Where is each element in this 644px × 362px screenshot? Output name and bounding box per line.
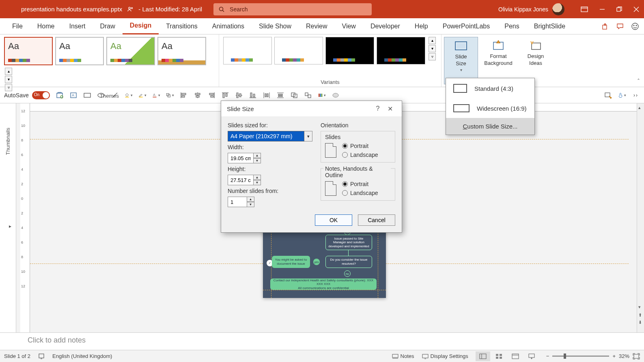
arrange-icon[interactable] <box>166 91 174 99</box>
outline-color-icon[interactable] <box>138 91 146 99</box>
slide-indicator[interactable]: Slide 1 of 2 <box>4 353 30 359</box>
tab-insert[interactable]: Insert <box>62 18 93 34</box>
format-background-button[interactable]: Format Background <box>481 37 515 84</box>
slide-size-button[interactable]: Slide Size ▾ <box>444 37 478 84</box>
ellipse-icon[interactable] <box>97 91 105 99</box>
theme-thumb[interactable]: Aa <box>157 37 206 65</box>
smiley-icon[interactable] <box>631 22 639 30</box>
selection-pane-icon[interactable] <box>604 91 612 99</box>
comments-icon[interactable] <box>616 23 624 30</box>
fill-color-icon[interactable] <box>125 91 133 99</box>
numfrom-field[interactable]: ▲▼ <box>228 197 256 207</box>
text-box-icon[interactable]: A <box>69 91 78 99</box>
slideshow-view-button[interactable] <box>524 351 539 361</box>
tab-powerpointlabs[interactable]: PowerPointLabs <box>435 18 498 34</box>
slide-size-standard[interactable]: Standard (4:3) <box>446 78 534 99</box>
presence-icon[interactable] <box>127 6 134 13</box>
theme-gallery-scroll[interactable]: ▴▾▿ <box>5 68 13 91</box>
notes-landscape-radio[interactable]: Landscape <box>342 190 378 196</box>
theme-thumb[interactable]: Aa <box>106 37 155 65</box>
ok-button[interactable]: OK <box>315 214 352 226</box>
variant-thumb[interactable] <box>377 37 425 64</box>
align-center-h-icon[interactable] <box>194 91 202 99</box>
reading-view-button[interactable] <box>508 351 523 361</box>
fit-to-window-icon[interactable] <box>633 353 640 360</box>
notes-pane[interactable]: Click to add notes <box>0 332 644 350</box>
display-settings[interactable]: Display Settings <box>422 353 468 359</box>
ungroup-icon[interactable] <box>304 91 312 99</box>
tab-brightslide[interactable]: BrightSlide <box>527 18 573 34</box>
theme-thumb[interactable]: Aa <box>55 37 104 65</box>
align-left-icon[interactable] <box>180 91 188 99</box>
zoom-in-icon[interactable]: + <box>612 353 616 359</box>
slides-landscape-radio[interactable]: Landscape <box>342 152 378 158</box>
zoom-slider[interactable] <box>552 356 609 357</box>
height-input[interactable] <box>228 175 254 185</box>
rectangle-icon[interactable] <box>83 91 91 99</box>
variant-gallery-scroll[interactable]: ▴▾▿ <box>429 37 437 60</box>
ribbon-display-icon[interactable] <box>581 6 588 12</box>
variant-thumb[interactable] <box>274 37 323 64</box>
share-icon[interactable] <box>602 23 609 30</box>
width-input[interactable] <box>228 153 254 163</box>
combo-dropdown-icon[interactable]: ▾ <box>304 131 312 141</box>
dialog-help-button[interactable]: ? <box>372 105 384 112</box>
tab-pens[interactable]: Pens <box>497 18 526 34</box>
tab-file[interactable]: File <box>5 18 30 34</box>
sized-for-combo[interactable]: ▾ <box>228 131 312 141</box>
align-top-icon[interactable] <box>221 91 229 99</box>
user-account[interactable]: Olivia Kippax Jones <box>498 3 564 15</box>
tab-draw[interactable]: Draw <box>93 18 122 34</box>
color-match-icon[interactable] <box>318 91 326 99</box>
dialog-close-button[interactable]: ✕ <box>384 105 396 113</box>
accessibility-icon[interactable] <box>38 353 45 360</box>
chevron-right-icon[interactable]: ▸ <box>9 223 11 229</box>
thumbnail-rail[interactable]: ▸ Thumbnails <box>0 103 16 332</box>
qat-icon[interactable] <box>56 91 64 99</box>
tab-transitions[interactable]: Transitions <box>159 18 205 34</box>
tab-help[interactable]: Help <box>407 18 435 34</box>
slides-portrait-radio[interactable]: Portrait <box>342 143 378 149</box>
numfrom-input[interactable] <box>228 197 247 207</box>
tab-review[interactable]: Review <box>299 18 334 34</box>
maximize-button[interactable] <box>616 6 622 12</box>
line-icon[interactable] <box>111 91 119 99</box>
variant-thumb[interactable] <box>223 37 272 64</box>
sorter-view-button[interactable] <box>492 351 506 361</box>
shape-icon[interactable] <box>332 91 340 99</box>
vertical-scrollbar[interactable]: ▴ ▾ ⬆ ⬇ <box>637 103 644 332</box>
theme-thumb[interactable]: Aa <box>4 37 53 65</box>
slide-size-custom[interactable]: Custom Slide Size... <box>446 118 534 135</box>
search-box[interactable]: Search <box>213 3 372 15</box>
distribute-h-icon[interactable] <box>263 91 271 99</box>
height-spinner[interactable]: ▲▼ <box>254 175 261 185</box>
zoom-percent[interactable]: 32% <box>619 353 629 359</box>
notes-portrait-radio[interactable]: Portrait <box>342 181 378 187</box>
overflow-icon[interactable]: ›› <box>632 91 640 99</box>
numfrom-spinner[interactable]: ▲▼ <box>247 197 254 207</box>
cancel-button[interactable]: Cancel <box>358 214 395 226</box>
zoom-out-icon[interactable]: − <box>546 353 549 359</box>
group-icon[interactable] <box>290 91 298 99</box>
font-color-icon[interactable]: A <box>152 91 160 99</box>
variant-thumb[interactable] <box>325 37 374 64</box>
width-field[interactable]: ▲▼ <box>228 153 263 163</box>
zoom-control[interactable]: − + 32% <box>546 353 640 360</box>
design-ideas-button[interactable]: Design Ideas <box>519 37 553 84</box>
minimize-button[interactable] <box>599 6 605 12</box>
width-spinner[interactable]: ▲▼ <box>254 153 261 163</box>
tab-view[interactable]: View <box>335 18 363 34</box>
tab-design[interactable]: Design <box>123 18 159 34</box>
touch-icon[interactable] <box>618 91 626 99</box>
slide-size-widescreen[interactable]: Widescreen (16:9) <box>446 99 534 118</box>
language-indicator[interactable]: English (United Kingdom) <box>52 353 112 359</box>
align-right-icon[interactable] <box>207 91 215 99</box>
notes-toggle[interactable]: Notes <box>392 353 414 359</box>
tab-animations[interactable]: Animations <box>205 18 252 34</box>
tab-home[interactable]: Home <box>30 18 62 34</box>
height-field[interactable]: ▲▼ <box>228 175 263 185</box>
close-button[interactable] <box>633 6 639 12</box>
tab-developer[interactable]: Developer <box>363 18 407 34</box>
align-middle-icon[interactable] <box>235 91 243 99</box>
sized-for-input[interactable] <box>228 131 304 141</box>
